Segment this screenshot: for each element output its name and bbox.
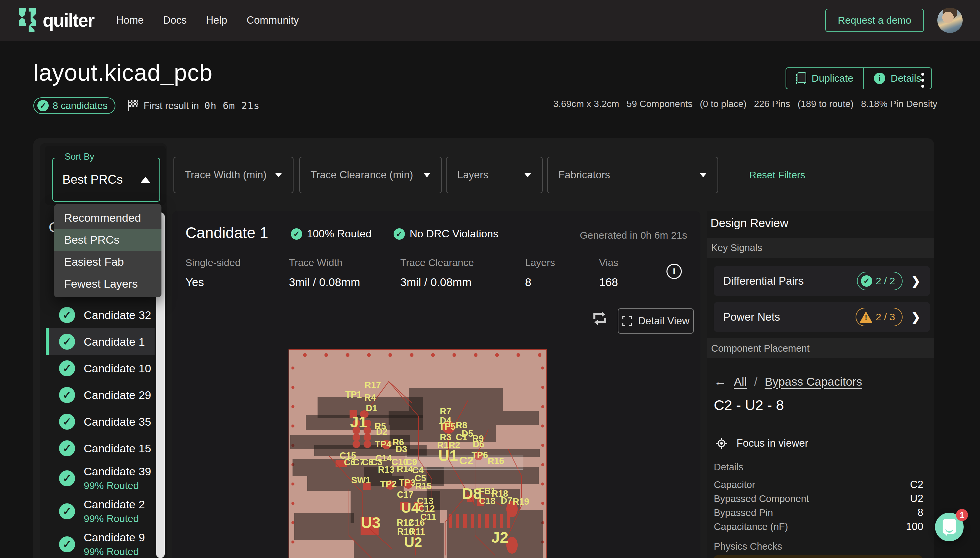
detail-row: Bypassed Component U2 — [714, 492, 923, 505]
filter-dropdown[interactable]: Fabricators — [547, 157, 718, 193]
component-designator: R17 — [365, 380, 381, 390]
board-stat: (0 to place) — [700, 98, 747, 109]
check-circle-icon — [394, 228, 405, 240]
component-designator: R19 — [513, 497, 529, 507]
physics-check-card[interactable] — [714, 555, 922, 558]
more-options-button[interactable] — [919, 71, 926, 90]
flip-board-icon[interactable] — [590, 309, 609, 328]
board-stat: (189 to route) — [797, 98, 853, 109]
candidate-title: Candidate 1 — [186, 224, 268, 242]
candidate-list-item[interactable]: Candidate 39 99% Routed — [46, 462, 155, 495]
component-placement-heading: Component Placement — [707, 338, 934, 358]
chevron-down-icon — [423, 173, 431, 177]
component-designator: U2 — [404, 534, 422, 550]
nav-link[interactable]: Docs — [163, 14, 187, 26]
detail-row: Bypassed Pin 8 — [714, 505, 923, 520]
component-designator: R7 — [440, 406, 452, 417]
candidates-count-badge: 8 candidates — [33, 97, 115, 114]
sort-option[interactable]: Best PRCs — [54, 229, 161, 251]
brand[interactable]: quilter — [17, 8, 94, 33]
breadcrumb-current-link[interactable]: Bypass Capacitors — [765, 375, 862, 388]
breadcrumb-all-link[interactable]: All — [734, 375, 747, 388]
candidate-stat: Trace Clearance 3mil / 0.08mm — [400, 257, 474, 289]
nav-link[interactable]: Community — [247, 14, 299, 26]
first-result-time: First result in 0h 6m 21s — [128, 100, 260, 112]
design-review-panel: Design Review Key Signals Differential P… — [707, 211, 934, 558]
routed-percentage: 99% Routed — [84, 546, 145, 557]
check-circle-icon — [291, 228, 302, 240]
breadcrumb: ← All / Bypass Capacitors — [714, 374, 862, 389]
candidate-list-item[interactable]: Candidate 2 99% Routed — [46, 495, 155, 528]
component-designator: J2 — [491, 528, 508, 547]
pcb-board-viewer[interactable]: R17TP1R4D1J1R5D2R7D4TP5R8D5R3C1R9R1R2D6T… — [289, 350, 547, 558]
check-circle-icon — [59, 334, 75, 350]
chevron-right-icon: ❯ — [911, 310, 921, 324]
duplicate-button[interactable]: Duplicate — [786, 67, 863, 89]
sort-option[interactable]: Fewest Layers — [54, 272, 161, 295]
candidate-list: Candidate 32 Candidate 1 Candidate 10 Ca… — [46, 302, 155, 558]
details-heading: Details — [714, 462, 743, 473]
user-avatar[interactable] — [937, 8, 963, 33]
page-title: layout.kicad_pcb — [33, 59, 212, 86]
candidate-list-item[interactable]: Candidate 29 — [46, 382, 155, 408]
check-circle-icon — [37, 100, 49, 112]
request-demo-button[interactable]: Request a demo — [825, 9, 924, 32]
candidate-stat: Single-sided Yes — [186, 257, 240, 289]
key-signal-row[interactable]: Power Nets 2 / 3 ❯ — [714, 302, 930, 332]
chat-unread-badge: 1 — [956, 509, 968, 521]
component-designator: R4 — [365, 393, 376, 403]
check-circle-icon — [59, 387, 75, 403]
component-designator: C17 — [397, 490, 414, 500]
component-designator: D2 — [376, 426, 388, 437]
component-designator: R13 — [378, 464, 395, 475]
nav-links: HomeDocsHelpCommunity — [116, 14, 299, 26]
first-result-duration: 0h 6m 21s — [204, 100, 260, 112]
brand-name: quilter — [43, 10, 94, 31]
candidate-list-item[interactable]: Candidate 1 — [46, 328, 155, 355]
component-designator: C18 — [479, 496, 496, 506]
detail-view-button[interactable]: Detail View — [618, 309, 694, 334]
board-stats: 3.69cm x 3.2cm59 Components(0 to place)2… — [553, 98, 937, 109]
candidate-list-item[interactable]: Candidate 9 99% Routed — [46, 528, 155, 558]
component-designator: U1 — [438, 446, 458, 464]
selected-capacitor-title: C2 - U2 - 8 — [714, 397, 784, 414]
candidate-list-item[interactable]: Candidate 35 — [46, 408, 155, 435]
component-designator: TP6 — [472, 450, 488, 460]
board-stat: 226 Pins — [754, 98, 790, 109]
component-designator: TP5 — [439, 421, 455, 432]
candidate-stat: Vias 168 — [599, 257, 618, 289]
chevron-up-icon — [141, 177, 150, 183]
reset-filters-link[interactable]: Reset Filters — [749, 169, 805, 181]
component-designator: U3 — [361, 514, 381, 532]
filter-dropdown[interactable]: Layers — [446, 157, 543, 193]
key-signal-row[interactable]: Differential Pairs 2 / 2 ❯ — [714, 266, 930, 296]
sort-option[interactable]: Easiest Fab — [54, 251, 161, 272]
nav-link[interactable]: Help — [206, 14, 227, 26]
nav-link[interactable]: Home — [116, 14, 144, 26]
sort-by-select[interactable]: Best PRCs — [53, 158, 160, 202]
component-designator: D3 — [396, 444, 407, 455]
key-signals-heading: Key Signals — [707, 238, 934, 258]
physics-checks-heading: Physics Checks — [714, 541, 782, 552]
filter-dropdown[interactable]: Trace Width (min) — [173, 157, 294, 193]
sort-option[interactable]: Recommended — [54, 207, 161, 229]
candidate-list-item[interactable]: Candidate 10 — [46, 355, 155, 382]
candidate-list-item[interactable]: Candidate 32 — [46, 302, 155, 328]
check-circle-icon — [59, 307, 75, 323]
focus-in-viewer-button[interactable]: Focus in viewer — [715, 437, 808, 450]
check-circle-icon — [59, 503, 75, 519]
filter-dropdown[interactable]: Trace Clearance (min) — [299, 157, 442, 193]
info-icon: i — [874, 73, 885, 84]
top-nav: quilter HomeDocsHelpCommunity Request a … — [0, 0, 980, 41]
routed-percentage: 99% Routed — [84, 480, 151, 491]
stats-info-icon[interactable]: i — [666, 264, 682, 279]
candidate-list-item[interactable]: Candidate 15 — [46, 435, 155, 462]
warning-icon — [860, 311, 872, 323]
board-stat: 3.69cm x 3.2cm — [553, 98, 620, 109]
chevron-down-icon — [275, 173, 282, 177]
design-review-title: Design Review — [710, 216, 788, 230]
status-badge: 100% Routed — [291, 228, 372, 240]
quilter-logo-icon — [17, 8, 37, 33]
signal-status-pill: 2 / 2 — [857, 272, 902, 290]
back-arrow-icon[interactable]: ← — [714, 374, 727, 389]
